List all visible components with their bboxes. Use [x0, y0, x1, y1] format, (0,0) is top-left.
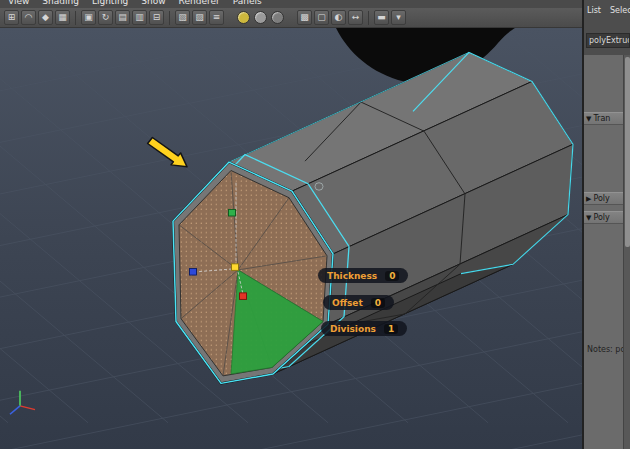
field-entry-icon[interactable]: ▬	[374, 10, 389, 25]
ipr-render-icon[interactable]: ▨	[192, 10, 207, 25]
toolbar: ⊞◠◆▦▣↻▤▥⊟▧▨≡▩▢◐↔▬▾	[0, 8, 582, 28]
curve-snap-icon[interactable]: ◠	[21, 10, 36, 25]
construction-icon[interactable]: ⊟	[149, 10, 164, 25]
dropdown-icon[interactable]: ▾	[391, 10, 406, 25]
hud-thickness[interactable]: Thickness 0	[318, 268, 408, 283]
section-poly-collapsed-label: Poly	[593, 194, 609, 203]
point-snap-icon[interactable]: ◆	[38, 10, 53, 25]
menu-lighting[interactable]: Lighting	[92, 0, 128, 6]
hud-thickness-label: Thickness	[327, 271, 377, 281]
render-view-icon[interactable]: ▧	[175, 10, 190, 25]
menu-renderer[interactable]: Renderer	[179, 0, 220, 6]
hud-offset-value[interactable]: 0	[371, 298, 385, 308]
yellow-sphere-icon[interactable]	[237, 11, 250, 24]
outputs-icon[interactable]: ▥	[132, 10, 147, 25]
dark-sphere-icon[interactable]	[271, 11, 284, 24]
menu-view[interactable]: View	[8, 0, 29, 6]
viewport-3d[interactable]: Thickness 0 Offset 0 Divisions 1	[0, 28, 582, 449]
plane-snap-icon[interactable]: ▦	[55, 10, 70, 25]
make-live-icon[interactable]: ▣	[81, 10, 96, 25]
poly-count-icon[interactable]: ▢	[314, 10, 329, 25]
notes-label: Notes: pol	[587, 345, 628, 354]
view-axis-gizmo	[10, 391, 35, 414]
panel-menu-items: View Shading Lighting Show Renderer Pane…	[0, 0, 582, 6]
manipulator-handle-y[interactable]	[229, 209, 236, 216]
hud-offset[interactable]: Offset 0	[323, 295, 394, 310]
panel-scrollbar[interactable]	[623, 55, 630, 449]
manipulator-handle-z[interactable]	[190, 269, 197, 276]
manipulator-handle-x[interactable]	[240, 293, 247, 300]
panel-menu-bar: View Shading Lighting Show Renderer Pane…	[0, 0, 582, 8]
node-tab-polyextrude[interactable]: polyExtrud	[586, 33, 630, 48]
isolate-toggle-icon[interactable]: ◐	[331, 10, 346, 25]
panel-menu-selected[interactable]: Selecte	[610, 6, 630, 15]
chevron-right-icon: ▶	[586, 195, 591, 203]
menu-show[interactable]: Show	[141, 0, 165, 6]
menu-shading[interactable]: Shading	[42, 0, 79, 6]
panel-scrollbar-thumb[interactable]	[625, 57, 630, 247]
manipulator-handle-center[interactable]	[232, 264, 239, 271]
texture-view-icon[interactable]: ▩	[297, 10, 312, 25]
section-transform-label: Tran	[593, 114, 610, 123]
measure-icon[interactable]: ↔	[348, 10, 363, 25]
hud-divisions-label: Divisions	[330, 324, 376, 334]
hud-offset-label: Offset	[332, 298, 363, 308]
attribute-editor-menu: List Selecte	[587, 6, 630, 15]
gray-sphere-icon[interactable]	[254, 11, 267, 24]
section-poly-expanded-label: Poly	[593, 213, 609, 222]
grid-snap-icon[interactable]: ⊞	[4, 10, 19, 25]
inputs-icon[interactable]: ▤	[115, 10, 130, 25]
section-transform[interactable]: ▼ Tran	[584, 112, 623, 125]
toolbar-divider	[368, 11, 369, 25]
chevron-down-icon: ▼	[586, 115, 591, 123]
render-settings-icon[interactable]: ≡	[209, 10, 224, 25]
hud-divisions[interactable]: Divisions 1	[321, 321, 407, 336]
attribute-editor-panel: List Selecte polyExtrud ▼ Tran ▶ Poly ▼ …	[584, 0, 630, 449]
panel-menu-list[interactable]: List	[587, 6, 601, 15]
history-icon[interactable]: ↻	[98, 10, 113, 25]
hud-divisions-value[interactable]: 1	[384, 324, 398, 334]
toolbar-divider	[169, 11, 170, 25]
toolbar-divider	[75, 11, 76, 25]
chevron-down-icon: ▼	[586, 214, 591, 222]
section-poly-expanded[interactable]: ▼ Poly	[584, 211, 623, 224]
hud-thickness-value[interactable]: 0	[385, 271, 399, 281]
section-poly-collapsed[interactable]: ▶ Poly	[584, 192, 623, 205]
menu-panels[interactable]: Panels	[233, 0, 262, 6]
